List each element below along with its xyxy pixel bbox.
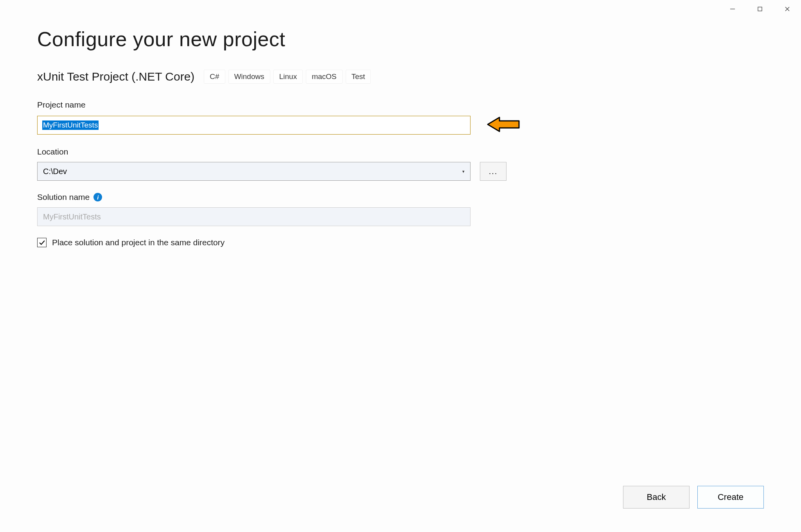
location-label: Location — [37, 147, 764, 156]
minimize-icon — [729, 6, 736, 12]
solution-name-placeholder: MyFirstUnitTests — [43, 212, 101, 221]
maximize-button[interactable] — [746, 0, 774, 18]
project-name-value: MyFirstUnitTests — [42, 120, 99, 130]
project-tags: C# Windows Linux macOS Test — [204, 70, 371, 84]
close-icon — [784, 6, 790, 12]
chevron-down-icon: ▾ — [462, 169, 465, 174]
arrow-left-icon — [486, 115, 521, 135]
tag: Windows — [228, 70, 270, 84]
tag: macOS — [306, 70, 342, 84]
project-name-label: Project name — [37, 100, 764, 110]
project-name-field: Project name MyFirstUnitTests — [37, 100, 764, 135]
back-button[interactable]: Back — [623, 486, 690, 509]
tag: C# — [204, 70, 225, 84]
solution-name-input[interactable]: MyFirstUnitTests — [37, 207, 471, 226]
close-button[interactable] — [774, 0, 801, 18]
project-type-label: xUnit Test Project (.NET Core) — [37, 70, 194, 83]
solution-name-label: Solution name i — [37, 192, 764, 202]
same-directory-label: Place solution and project in the same d… — [52, 238, 224, 247]
svg-rect-1 — [758, 7, 762, 11]
location-dropdown[interactable]: C:\Dev ▾ — [37, 162, 471, 181]
project-type-row: xUnit Test Project (.NET Core) C# Window… — [37, 70, 764, 84]
svg-marker-4 — [488, 117, 519, 131]
same-directory-checkbox[interactable] — [37, 238, 47, 247]
page-title: Configure your new project — [37, 27, 764, 51]
info-icon[interactable]: i — [93, 193, 102, 201]
tag: Linux — [273, 70, 303, 84]
checkmark-icon — [39, 239, 45, 246]
location-field: Location C:\Dev ▾ ... — [37, 147, 764, 181]
location-value: C:\Dev — [43, 167, 67, 176]
tag: Test — [346, 70, 371, 84]
minimize-button[interactable] — [719, 0, 746, 18]
create-button[interactable]: Create — [697, 486, 764, 509]
window-controls — [719, 0, 801, 18]
solution-name-field: Solution name i MyFirstUnitTests — [37, 192, 764, 226]
project-name-input[interactable]: MyFirstUnitTests — [37, 116, 471, 135]
browse-button[interactable]: ... — [480, 162, 506, 181]
same-directory-row: Place solution and project in the same d… — [37, 238, 764, 247]
solution-name-label-text: Solution name — [37, 192, 90, 202]
footer-buttons: Back Create — [623, 486, 764, 509]
maximize-icon — [757, 6, 763, 12]
